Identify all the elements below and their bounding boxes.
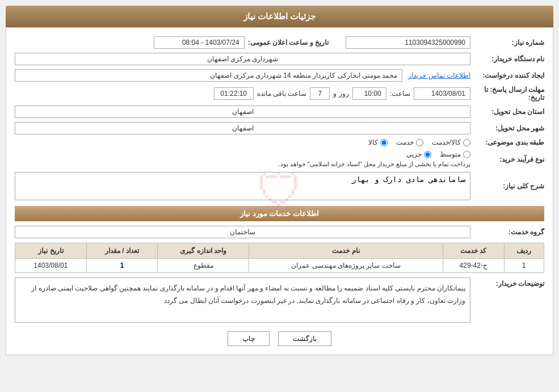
table-row: 1 ج-42-429 ساخت سایر پروژه‌های مهندسی عم… — [15, 259, 544, 273]
page-wrapper: جزئیات اطلاعات نیاز 🛡 شماره نیاز: 110309… — [0, 0, 559, 392]
service-group-value: ساختمان — [15, 226, 470, 238]
process-label-jozii: جزیی — [406, 150, 422, 158]
cell-row: 1 — [504, 259, 544, 273]
buyer-org-value: شهرداری مرکزی اصفهان — [15, 53, 470, 65]
deadline-time: 10:00 — [352, 87, 386, 100]
creator-link[interactable]: اطلاعات تماس خریدار — [408, 71, 470, 79]
category-label-kala: کالا — [368, 138, 378, 146]
province-label: استان محل تحویل: — [470, 108, 544, 116]
category-option-kala[interactable]: کالا — [368, 138, 388, 146]
cell-code: ج-42-429 — [443, 259, 504, 273]
col-header-code: کد خدمت — [443, 243, 504, 259]
col-header-unit: واحد اندازه گیری — [158, 243, 249, 259]
cell-name: ساخت سایر پروژه‌های مهندسی عمران — [249, 259, 443, 273]
process-radio-group: متوسط جزیی — [15, 150, 470, 158]
category-option-khedmat[interactable]: خدمت — [396, 138, 423, 146]
col-header-name: نام خدمت — [249, 243, 443, 259]
deadline-date: 1403/08/01 — [414, 87, 470, 100]
creator-row: ایجاد کننده درخواست: اطلاعات تماس خریدار… — [15, 69, 544, 82]
category-radio-group: کالا/خدمت خدمت کالا — [368, 138, 470, 146]
deadline-days-label: روز و — [333, 90, 348, 98]
notes-label: توضیحات خریدار: — [470, 277, 544, 288]
creator-value: محمد مومنی ابخارکی کاربردار منطقه 14 شهر… — [15, 69, 402, 82]
col-header-row: ردیف — [504, 243, 544, 259]
services-table: ردیف کد خدمت نام خدمت واحد اندازه گیری ت… — [15, 243, 544, 273]
need-number-label: شماره نیاز: — [470, 39, 544, 47]
category-option-kala-khedmat[interactable]: کالا/خدمت — [432, 138, 470, 146]
process-option-motavasset[interactable]: متوسط — [440, 150, 470, 158]
process-option-jozii[interactable]: جزیی — [406, 150, 431, 158]
creator-label: ایجاد کننده درخواست: — [470, 71, 544, 79]
city-row: شهر محل تحویل: اصفهان — [15, 122, 544, 134]
process-row: نوع فرآیند خرید: متوسط جزیی پرداخت تمام … — [15, 150, 544, 168]
notes-row: توضیحات خریدار: پیمانکاران محترم بایستی … — [15, 277, 544, 323]
description-label: شرح کلی نیاز: — [470, 182, 544, 190]
deadline-time-label: ساعت: — [390, 90, 410, 98]
process-area: متوسط جزیی پرداخت تمام یا بخشی از مبلغ خ… — [15, 150, 470, 168]
page-title: جزئیات اطلاعات نیاز — [6, 6, 553, 27]
province-value: اصفهان — [15, 106, 470, 118]
description-textarea[interactable] — [15, 172, 470, 200]
process-label: نوع فرآیند خرید: — [470, 155, 544, 163]
buttons-row: بازگشت چاپ — [15, 331, 544, 346]
print-button[interactable]: چاپ — [228, 331, 270, 346]
service-group-row: گروه خدمت: ساختمان — [15, 226, 544, 238]
back-button[interactable]: بازگشت — [278, 331, 331, 346]
province-row: استان محل تحویل: اصفهان — [15, 106, 544, 118]
cell-date: 1403/08/01 — [15, 259, 87, 273]
city-value: اصفهان — [15, 122, 470, 134]
col-header-qty: تعداد / مقدار — [86, 243, 158, 259]
deadline-row: مهلت ارسال پاسخ: تا تاریخ: 1403/08/01 سا… — [15, 86, 544, 102]
process-radio-motavasset[interactable] — [463, 151, 470, 158]
city-label: شهر محل تحویل: — [470, 124, 544, 132]
category-label-kala-khedmat: کالا/خدمت — [432, 138, 461, 146]
buyer-org-row: نام دستگاه خریدار: شهرداری مرکزی اصفهان — [15, 53, 544, 65]
announce-date-label: تاریخ و ساعت اعلان عمومی: — [245, 39, 329, 47]
announce-date-value: 1403/07/24 - 08:04 — [154, 36, 245, 49]
need-number-value: 1103094325000990 — [346, 36, 470, 49]
category-radio-khedmat[interactable] — [416, 139, 423, 146]
process-label-motavasset: متوسط — [440, 150, 461, 158]
process-radio-jozii[interactable] — [424, 151, 431, 158]
col-header-date: تاریخ نیاز — [15, 243, 87, 259]
service-group-label: گروه خدمت: — [470, 228, 544, 236]
category-label: طبقه بندی موضوعی: — [470, 138, 544, 146]
category-radio-kala-khedmat[interactable] — [463, 139, 470, 146]
category-row: طبقه بندی موضوعی: کالا/خدمت خدمت کالا — [15, 138, 544, 146]
need-number-row: شماره نیاز: 1103094325000990 تاریخ و ساع… — [15, 36, 544, 49]
cell-unit: مقطوع — [158, 259, 249, 273]
services-section-header: اطلاعات خدمات مورد نیاز — [15, 206, 544, 221]
deadline-label: مهلت ارسال پاسخ: تا تاریخ: — [470, 86, 544, 102]
category-radio-kala[interactable] — [380, 139, 388, 146]
content-area: 🛡 شماره نیاز: 1103094325000990 تاریخ و س… — [6, 27, 553, 355]
cell-qty: 1 — [86, 259, 158, 273]
deadline-remaining: 01:22:10 — [214, 87, 254, 100]
category-label-khedmat: خدمت — [396, 138, 414, 146]
process-note: پرداخت تمام یا بخشی از مبلغ خریدار محل "… — [15, 161, 470, 168]
deadline-days: 7 — [310, 87, 330, 100]
deadline-remaining-label: ساعت باقی مانده — [257, 90, 307, 98]
description-row: شرح کلی نیاز: — [15, 172, 544, 200]
buyer-org-label: نام دستگاه خریدار: — [470, 55, 544, 63]
notes-value: پیمانکاران محترم بایستی کلیه اسناد ضمیمه… — [15, 277, 470, 323]
